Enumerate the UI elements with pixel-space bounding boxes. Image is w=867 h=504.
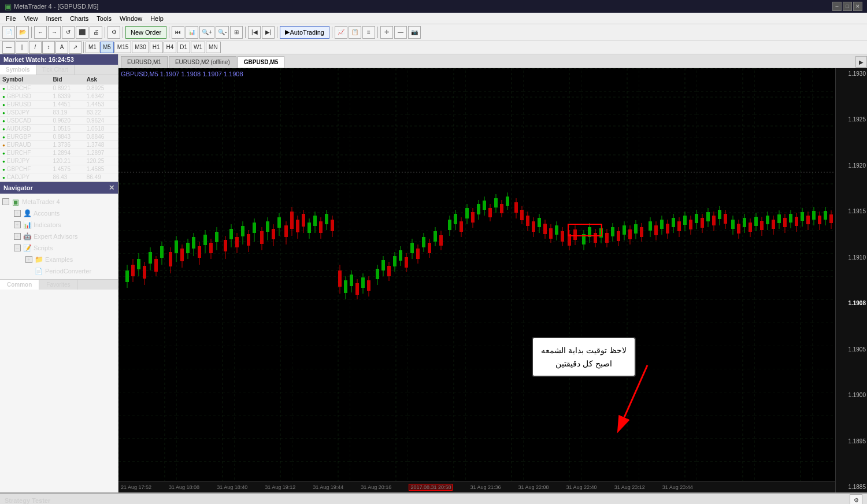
nav-expert-advisors[interactable]: + 🤖 Expert Advisors (14, 231, 116, 242)
autotrading-button[interactable]: ▶ AutoTrading (280, 26, 329, 39)
new-order-button[interactable]: New Order (125, 26, 166, 39)
svg-rect-233 (760, 221, 764, 230)
tf-d1[interactable]: D1 (177, 42, 190, 53)
back-button[interactable]: ← (34, 26, 47, 39)
nav-examples[interactable]: + 📁 Examples (25, 254, 116, 265)
expand-scripts[interactable]: – (14, 244, 21, 251)
mw-ask: 1.6342 (84, 92, 118, 101)
maximize-button[interactable]: □ (843, 2, 852, 11)
menu-help[interactable]: Help (147, 14, 167, 23)
print-button[interactable]: 🖨 (90, 26, 102, 39)
market-watch-row[interactable]: ● USDJPY 83.19 83.22 (0, 109, 118, 117)
market-watch-row[interactable]: ● GBPCHF 1.4575 1.4585 (0, 165, 118, 173)
app-icon: ▣ (5, 2, 12, 11)
chart-canvas[interactable]: GBPUSD,M5 1.1907 1.1908 1.1907 1.1908 (118, 68, 867, 492)
line-tool-v[interactable]: | (16, 41, 28, 54)
market-watch-row[interactable]: ● AUDUSD 1.0515 1.0518 (0, 125, 118, 133)
tick-chart-tab[interactable]: Tick Chart (36, 65, 75, 75)
chart-tab-gbpusdm5[interactable]: GBPUSD,M5 (238, 56, 284, 68)
zoom-in-button[interactable]: 🔍+ (199, 26, 214, 39)
svg-rect-195 (649, 221, 652, 231)
arrow-tool[interactable]: ↗ (69, 41, 81, 54)
refresh-button[interactable]: ↺ (62, 26, 75, 39)
cursor-tool[interactable]: ↕ (42, 41, 55, 54)
chart-grid-button[interactable]: ⊞ (230, 26, 243, 39)
favorites-tab[interactable]: Favorites (39, 280, 77, 290)
properties-button[interactable]: ⚙ (108, 26, 120, 39)
market-watch-table: Symbol Bid Ask ● USDCHF 0.8921 0.8925 ● … (0, 75, 118, 181)
market-watch-row[interactable]: ● USDCAD 0.9620 0.9624 (0, 117, 118, 125)
chart-tab-eurusdm2[interactable]: EURUSD,M2 (offline) (169, 56, 236, 68)
svg-rect-93 (338, 270, 342, 287)
line-tool-h[interactable]: — (2, 41, 15, 54)
play-button[interactable]: ⏮ (172, 26, 184, 39)
symbols-tab[interactable]: Symbols (0, 65, 36, 75)
market-watch-row[interactable]: ● GBPUSD 1.6339 1.6342 (0, 92, 118, 101)
chart-scroll-right[interactable]: ▶ (855, 56, 867, 68)
navigator-close-button[interactable]: ✕ (109, 184, 114, 192)
minimize-button[interactable]: – (832, 2, 842, 11)
crosshair-button[interactable]: ✛ (380, 26, 393, 39)
common-tab[interactable]: Common (0, 280, 39, 290)
title-bar-controls[interactable]: – □ ✕ (832, 2, 862, 11)
line-button[interactable]: — (394, 26, 407, 39)
expand-metatrader4[interactable]: – (2, 198, 9, 205)
expand-examples[interactable]: + (25, 256, 32, 263)
period-sep-button[interactable]: |◀ (248, 26, 261, 39)
nav-accounts[interactable]: + 👤 Accounts (14, 207, 116, 219)
market-watch-row[interactable]: ● EURGBP 0.8843 0.8846 (0, 133, 118, 141)
svg-rect-155 (526, 216, 529, 226)
menu-tools[interactable]: Tools (93, 14, 115, 23)
market-watch-row[interactable]: ● EURUSD 1.4451 1.4453 (0, 101, 118, 109)
tf-mn[interactable]: MN (206, 42, 221, 53)
tf-m5[interactable]: M5 (100, 42, 114, 53)
indicator-list-button[interactable]: ≡ (362, 26, 375, 39)
price-axis: 1.1930 1.1925 1.1920 1.1915 1.1910 1.190… (835, 68, 867, 492)
period-fwd-button[interactable]: ▶| (262, 26, 275, 39)
market-watch-row[interactable]: ● EURCHF 1.2894 1.2897 (0, 149, 118, 157)
expand-accounts[interactable]: + (14, 210, 21, 217)
expand-indicators[interactable]: + (14, 221, 21, 228)
svg-rect-23 (125, 270, 129, 282)
chart-tabs: EURUSD,M1 EURUSD,M2 (offline) GBPUSD,M5 … (118, 54, 867, 68)
template-button[interactable]: 📋 (349, 26, 361, 39)
menu-insert[interactable]: Insert (42, 14, 65, 23)
tf-h4[interactable]: H4 (164, 42, 177, 53)
zoom-out-button[interactable]: 🔍- (216, 26, 229, 39)
tf-m1[interactable]: M1 (86, 42, 99, 53)
market-watch-row[interactable]: ● USDCHF 0.8921 0.8925 (0, 84, 118, 92)
tf-m15[interactable]: M15 (114, 42, 131, 53)
stop-button[interactable]: ⬛ (76, 26, 88, 39)
nav-scripts[interactable]: – 📝 Scripts (14, 242, 116, 254)
market-watch-row[interactable]: ● EURJPY 120.21 120.25 (0, 157, 118, 165)
nav-indicators[interactable]: + 📊 Indicators (14, 219, 116, 231)
market-watch-row[interactable]: ● CADJPY 86.43 86.49 (0, 173, 118, 181)
tf-m30[interactable]: M30 (132, 42, 149, 53)
new-file-button[interactable]: 📄 (2, 26, 15, 39)
nav-period-converter[interactable]: 📄 PeriodConverter (25, 265, 116, 277)
menu-view[interactable]: View (21, 14, 42, 23)
open-file-button[interactable]: 📂 (16, 26, 29, 39)
expand-expert-advisors[interactable]: + (14, 233, 21, 240)
menu-file[interactable]: File (2, 14, 20, 23)
tester-settings-icon[interactable]: ⚙ (850, 494, 862, 505)
nav-expert-advisors-label: Expert Advisors (34, 233, 77, 240)
menu-window[interactable]: Window (116, 14, 146, 23)
forward-button[interactable]: → (48, 26, 61, 39)
close-button[interactable]: ✕ (853, 2, 862, 11)
tf-h1[interactable]: H1 (150, 42, 163, 53)
chart-settings-button[interactable]: 📈 (335, 26, 347, 39)
svg-rect-81 (302, 214, 305, 227)
chart-tab-eurusdm1[interactable]: EURUSD,M1 (121, 56, 168, 68)
mw-ask: 1.4453 (84, 101, 118, 109)
market-watch-row[interactable]: ● EURAUD 1.3736 1.3748 (0, 141, 118, 149)
menu-charts[interactable]: Charts (66, 14, 92, 23)
tf-w1[interactable]: W1 (191, 42, 205, 53)
sep1 (31, 27, 32, 38)
title-bar-left: ▣ MetaTrader 4 - [GBPUSD,M5] (5, 2, 98, 11)
chart-scroll-button[interactable]: 📊 (186, 26, 198, 39)
capture-button[interactable]: 📷 (408, 26, 421, 39)
nav-metatrader4[interactable]: – ▣ MetaTrader 4 (2, 196, 116, 207)
line-tool[interactable]: / (29, 41, 42, 54)
text-tool[interactable]: A (55, 41, 68, 54)
